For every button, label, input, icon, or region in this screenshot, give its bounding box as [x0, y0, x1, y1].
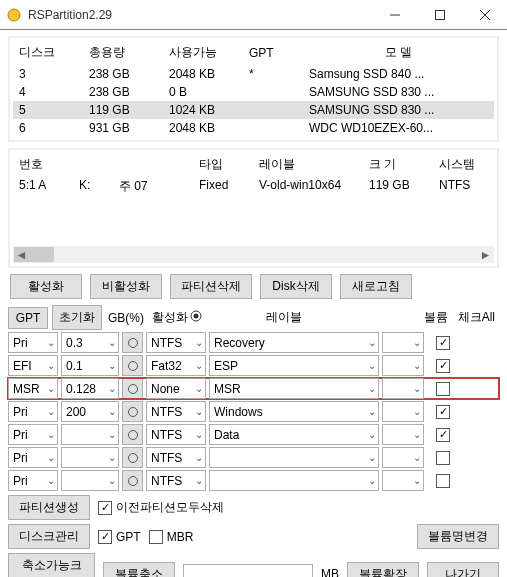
svg-point-0: [8, 9, 20, 21]
minimize-button[interactable]: [372, 0, 417, 30]
volume-header: 볼륨: [424, 309, 448, 326]
row-checkbox[interactable]: ✓: [436, 359, 450, 373]
activate-radio[interactable]: [122, 447, 143, 468]
activate-header-radio-icon: [190, 310, 202, 325]
activate-radio[interactable]: [122, 332, 143, 353]
label-dropdown[interactable]: ESP⌄: [209, 355, 379, 376]
delete-disk-button[interactable]: Disk삭제: [260, 274, 332, 299]
row-checkbox[interactable]: [436, 451, 450, 465]
disk-row[interactable]: 5119 GB1024 KBSAMSUNG SSD 830 ...: [13, 101, 494, 119]
svg-point-6: [194, 314, 199, 319]
volume-dropdown[interactable]: ⌄: [382, 355, 424, 376]
type-dropdown[interactable]: Pri⌄: [8, 424, 58, 445]
delete-partition-button[interactable]: 파티션삭제: [170, 274, 252, 299]
activate-radio[interactable]: [122, 470, 143, 491]
row-checkbox[interactable]: ✓: [436, 405, 450, 419]
type-dropdown[interactable]: EFI⌄: [8, 355, 58, 376]
type-dropdown[interactable]: MSR⌄: [8, 378, 58, 399]
gpt-label: GPT: [116, 530, 141, 544]
gpt-button[interactable]: GPT: [8, 307, 48, 329]
delete-prev-label: 이전파티션모두삭제: [116, 499, 224, 516]
label-dropdown[interactable]: ⌄: [209, 447, 379, 468]
fs-dropdown[interactable]: NTFS⌄: [146, 401, 206, 422]
gb-dropdown[interactable]: ⌄: [61, 470, 119, 491]
horizontal-scrollbar[interactable]: ◄ ►: [13, 246, 494, 263]
check-all-header: 체크All: [458, 309, 495, 326]
activate-radio[interactable]: [122, 355, 143, 376]
label-dropdown[interactable]: Data⌄: [209, 424, 379, 445]
volume-dropdown[interactable]: ⌄: [382, 332, 424, 353]
svg-rect-2: [435, 10, 444, 19]
fs-dropdown[interactable]: NTFS⌄: [146, 470, 206, 491]
volume-dropdown[interactable]: ⌄: [382, 470, 424, 491]
maximize-button[interactable]: [417, 0, 462, 30]
gb-dropdown[interactable]: 200⌄: [61, 401, 119, 422]
expand-volume-button[interactable]: 볼륨확장: [347, 562, 419, 578]
create-partition-button[interactable]: 파티션생성: [8, 495, 90, 520]
fs-dropdown[interactable]: NTFS⌄: [146, 424, 206, 445]
mb-label: MB: [321, 567, 339, 577]
label-header: 레이블: [266, 309, 302, 326]
activate-header: 활성화: [152, 309, 188, 326]
exit-button[interactable]: 나가기: [427, 562, 499, 578]
refresh-button[interactable]: 새로고침: [340, 274, 412, 299]
label-dropdown[interactable]: MSR⌄: [209, 378, 379, 399]
close-button[interactable]: [462, 0, 507, 30]
mbr-checkbox[interactable]: [149, 530, 163, 544]
gb-dropdown[interactable]: 0.3⌄: [61, 332, 119, 353]
fs-dropdown[interactable]: Fat32⌄: [146, 355, 206, 376]
disk-row[interactable]: 4238 GB0 BSAMSUNG SSD 830 ...: [13, 83, 494, 101]
row-checkbox[interactable]: ✓: [436, 428, 450, 442]
volume-dropdown[interactable]: ⌄: [382, 378, 424, 399]
type-dropdown[interactable]: Pri⌄: [8, 332, 58, 353]
scroll-right-icon[interactable]: ►: [477, 246, 494, 263]
gpt-checkbox[interactable]: ✓: [98, 530, 112, 544]
volume-dropdown[interactable]: ⌄: [382, 401, 424, 422]
row-checkbox[interactable]: [436, 382, 450, 396]
label-dropdown[interactable]: Windows⌄: [209, 401, 379, 422]
disk-table[interactable]: 디스크총용량사용가능GPT모 델 3238 GB2048 KB*Samsung …: [13, 41, 494, 137]
reduce-volume-button[interactable]: 볼륨축소: [103, 562, 175, 578]
gb-dropdown[interactable]: ⌄: [61, 424, 119, 445]
partition-row[interactable]: 5:1 AK:주 07FixedV-old-win10x64119 GBNTFS: [13, 176, 494, 197]
gb-dropdown[interactable]: 0.128⌄: [61, 378, 119, 399]
disk-mgmt-button[interactable]: 디스크관리: [8, 524, 90, 549]
activate-radio[interactable]: [122, 424, 143, 445]
deactivate-button[interactable]: 비활성화: [90, 274, 162, 299]
label-dropdown[interactable]: ⌄: [209, 470, 379, 491]
mbr-label: MBR: [167, 530, 194, 544]
activate-radio[interactable]: [122, 401, 143, 422]
volume-dropdown[interactable]: ⌄: [382, 447, 424, 468]
type-dropdown[interactable]: Pri⌄: [8, 401, 58, 422]
mb-input[interactable]: [183, 564, 313, 578]
fs-dropdown[interactable]: NTFS⌄: [146, 332, 206, 353]
activate-radio[interactable]: [122, 378, 143, 399]
row-checkbox[interactable]: [436, 474, 450, 488]
disk-row[interactable]: 3238 GB2048 KB*Samsung SSD 840 ...: [13, 65, 494, 84]
type-dropdown[interactable]: Pri⌄: [8, 447, 58, 468]
scroll-left-icon[interactable]: ◄: [13, 246, 30, 263]
disk-row[interactable]: 6931 GB2048 KBWDC WD10EZEX-60...: [13, 119, 494, 137]
delete-prev-checkbox[interactable]: ✓: [98, 501, 112, 515]
fs-dropdown[interactable]: NTFS⌄: [146, 447, 206, 468]
shrink-available-button[interactable]: 축소가능크기: [8, 553, 95, 577]
gb-header: GB(%): [108, 311, 144, 325]
app-icon: [6, 7, 22, 23]
fs-dropdown[interactable]: None⌄: [146, 378, 206, 399]
volume-dropdown[interactable]: ⌄: [382, 424, 424, 445]
label-dropdown[interactable]: Recovery⌄: [209, 332, 379, 353]
row-checkbox[interactable]: ✓: [436, 336, 450, 350]
activate-button[interactable]: 활성화: [10, 274, 82, 299]
type-dropdown[interactable]: Pri⌄: [8, 470, 58, 491]
init-button[interactable]: 초기화: [52, 305, 102, 330]
gb-dropdown[interactable]: ⌄: [61, 447, 119, 468]
gb-dropdown[interactable]: 0.1⌄: [61, 355, 119, 376]
window-title: RSPartition2.29: [28, 8, 372, 22]
rename-volume-button[interactable]: 볼륨명변경: [417, 524, 499, 549]
